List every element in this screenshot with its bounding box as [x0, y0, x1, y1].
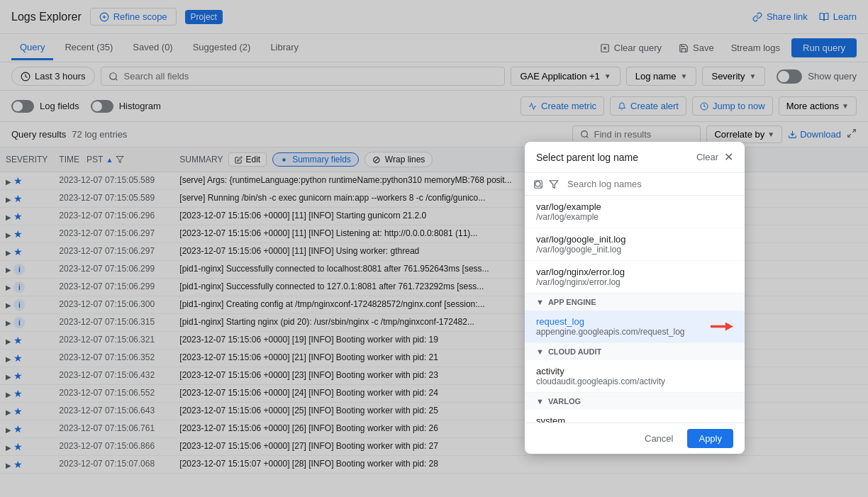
popup-header-right: Clear ✕: [696, 150, 733, 164]
log-path: /var/log/nginx/error.log: [536, 277, 733, 287]
popup-clear-button[interactable]: Clear: [696, 152, 718, 162]
cancel-button[interactable]: Cancel: [636, 429, 681, 448]
svg-marker-13: [550, 180, 558, 188]
log-name: var/log/google_init.log: [536, 234, 733, 245]
list-item[interactable]: var/log/nginx/error.log /var/log/nginx/e…: [525, 261, 745, 294]
collapse-icon: ▼: [536, 347, 544, 356]
apply-button[interactable]: Apply: [687, 429, 733, 448]
section-header-app-engine[interactable]: ▼ APP ENGINE: [525, 294, 745, 311]
list-item[interactable]: system varlog/system: [525, 410, 745, 423]
popup-close-button[interactable]: ✕: [724, 150, 733, 164]
popup-list: var/log/example /var/log/example var/log…: [525, 196, 745, 423]
list-item[interactable]: activity cloudaudit.googleapis.com/activ…: [525, 360, 745, 393]
collapse-icon: ▼: [536, 397, 544, 406]
section-header-cloud-audit[interactable]: ▼ CLOUD AUDIT: [525, 343, 745, 360]
log-path: /var/log/example: [536, 212, 733, 222]
log-path: /var/log/google_init.log: [536, 245, 733, 255]
popup-search-icon: [533, 179, 543, 189]
section-header-varlog[interactable]: ▼ VARLOG: [525, 393, 745, 410]
log-path: cloudaudit.googleapis.com/activity: [536, 376, 733, 386]
log-name: var/log/example: [536, 201, 733, 212]
popup-footer: Cancel Apply: [525, 423, 745, 454]
svg-point-12: [535, 181, 540, 186]
log-path: appengine.googleapis.com/request_log: [536, 327, 685, 337]
popup-title: Select parent log name: [536, 152, 638, 163]
select-log-name-popup: Select parent log name Clear ✕ var/log/e…: [525, 142, 745, 454]
log-name: var/log/nginx/error.log: [536, 267, 733, 277]
log-name: activity: [536, 366, 733, 376]
filter-log-icon: [549, 179, 559, 189]
log-name: request_log: [536, 316, 685, 327]
log-name: system: [536, 415, 733, 423]
list-item[interactable]: request_log appengine.googleapis.com/req…: [525, 311, 745, 343]
collapse-icon: ▼: [536, 298, 544, 306]
list-item[interactable]: var/log/google_init.log /var/log/google_…: [525, 228, 745, 261]
arrow-indicator: [711, 323, 733, 331]
popup-header: Select parent log name Clear ✕: [525, 142, 745, 173]
popup-search-box: [525, 173, 745, 196]
list-item[interactable]: var/log/example /var/log/example: [525, 196, 745, 228]
popup-search-input[interactable]: [567, 179, 736, 189]
